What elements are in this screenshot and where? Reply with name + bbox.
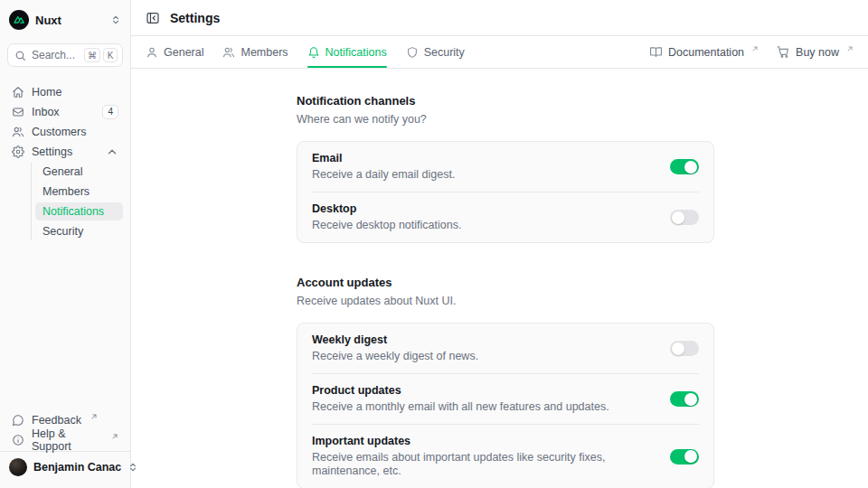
workspace-switcher[interactable]: Nuxt [7, 9, 123, 31]
setting-row-desktop: Desktop Receive desktop notifications. [312, 192, 699, 242]
toolbar: General Members Notifications Security D… [131, 36, 868, 69]
tab-notifications[interactable]: Notifications [307, 36, 387, 68]
sidebar-item-label: Security [42, 225, 83, 238]
product-updates-toggle[interactable] [670, 391, 699, 407]
email-toggle[interactable] [670, 159, 699, 174]
toggle-knob [672, 211, 684, 224]
documentation-link[interactable]: Documentation [649, 45, 759, 59]
kbd-cmd: ⌘ [84, 48, 100, 62]
toggle-knob [684, 450, 697, 463]
sidebar-item-label: Customers [32, 126, 86, 138]
toolbar-actions: Documentation Buy now [649, 45, 854, 59]
inbox-count-badge: 4 [102, 105, 118, 119]
gear-icon [12, 145, 24, 158]
setting-label: Desktop [312, 202, 461, 216]
sidebar-item-label: Members [42, 185, 90, 198]
tab-general[interactable]: General [146, 36, 203, 68]
sidebar-item-security[interactable]: Security [35, 222, 123, 240]
search-shortcut: ⌘ K [84, 48, 118, 62]
tab-label: General [164, 46, 203, 59]
tab-members[interactable]: Members [222, 36, 288, 68]
setting-description: Receive desktop notifications. [312, 219, 461, 232]
buy-now-link[interactable]: Buy now [777, 45, 854, 59]
search-icon [14, 50, 26, 61]
collapse-sidebar-button[interactable] [146, 11, 160, 25]
tab-label: Members [241, 46, 288, 59]
bell-icon [307, 46, 320, 59]
sidebar-item-label: General [42, 165, 82, 178]
users-icon [222, 46, 235, 59]
users-icon [12, 126, 24, 138]
toggle-knob [672, 343, 684, 355]
sidebar-item-customers[interactable]: Customers [7, 123, 123, 141]
sidebar-item-label: Feedback [32, 414, 81, 427]
setting-description: Receive emails about important updates l… [312, 451, 656, 478]
setting-row-product-updates: Product updates Receive a monthly email … [312, 373, 699, 424]
weekly-digest-toggle[interactable] [670, 341, 699, 356]
section-subtitle: Receive updates about Nuxt UI. [297, 294, 714, 308]
settings-content: Notification channels Where can we notif… [131, 69, 868, 488]
sidebar-item-feedback[interactable]: Feedback [7, 411, 123, 429]
sidebar-item-notifications[interactable]: Notifications [35, 202, 123, 221]
sidebar-item-general[interactable]: General [35, 163, 123, 181]
setting-label: Important updates [312, 435, 656, 448]
toggle-knob [684, 393, 697, 406]
section-title: Account updates [297, 276, 714, 290]
account-updates-card: Weekly digest Receive a weekly digest of… [297, 323, 714, 488]
info-circle-icon [12, 434, 24, 446]
shopping-cart-icon [777, 45, 790, 59]
shield-icon [406, 46, 419, 59]
book-open-icon [649, 45, 663, 59]
sidebar-nav: Home Inbox 4 Customers Settings General … [7, 83, 123, 242]
sidebar-item-home[interactable]: Home [7, 83, 123, 101]
search-placeholder: Search... [32, 49, 75, 61]
chevron-up-icon [106, 145, 118, 158]
tab-bar: General Members Notifications Security [146, 36, 465, 68]
page-title: Settings [170, 11, 220, 25]
setting-row-important-updates: Important updates Receive emails about i… [312, 424, 699, 488]
account-updates-section: Account updates Receive updates about Nu… [297, 276, 714, 488]
search-input[interactable]: Search... ⌘ K [7, 43, 123, 67]
sidebar-item-members[interactable]: Members [35, 183, 123, 201]
notification-channels-section: Notification channels Where can we notif… [297, 94, 714, 243]
external-link-icon [90, 413, 98, 420]
main-panel: Settings General Members Notifications S… [131, 0, 868, 488]
external-link-icon [751, 45, 759, 52]
notification-channels-card: Email Receive a daily email digest. Desk… [297, 141, 714, 243]
setting-label: Weekly digest [312, 333, 478, 347]
tab-label: Notifications [326, 46, 387, 59]
section-title: Notification channels [297, 94, 714, 108]
sidebar-item-label: Notifications [42, 205, 104, 218]
page-header: Settings [131, 0, 868, 36]
desktop-toggle[interactable] [670, 210, 699, 225]
home-icon [12, 86, 24, 99]
workspace-name: Nuxt [35, 14, 61, 27]
sidebar-item-settings[interactable]: Settings [7, 143, 123, 161]
nuxt-logo-icon [9, 10, 29, 30]
sidebar-item-label: Home [32, 86, 61, 99]
panel-left-close-icon [146, 11, 160, 25]
action-label: Buy now [796, 46, 839, 59]
chat-bubble-icon [12, 414, 24, 427]
toggle-knob [684, 161, 697, 174]
sidebar-item-help-support[interactable]: Help & Support [7, 431, 123, 449]
setting-description: Receive a daily email digest. [312, 168, 455, 182]
sidebar-footer: Feedback Help & Support Benjamin Canac [7, 411, 123, 488]
sidebar-item-label: Help & Support [32, 427, 102, 453]
user-menu[interactable]: Benjamin Canac [0, 451, 130, 483]
important-updates-toggle[interactable] [670, 449, 699, 465]
action-label: Documentation [668, 46, 744, 59]
user-name: Benjamin Canac [33, 461, 121, 474]
sidebar: Nuxt Search... ⌘ K Home Inbox 4 Customer… [0, 0, 131, 488]
sidebar-item-inbox[interactable]: Inbox 4 [7, 103, 123, 121]
tab-security[interactable]: Security [406, 36, 465, 68]
setting-row-weekly-digest: Weekly digest Receive a weekly digest of… [312, 324, 699, 373]
avatar [9, 458, 27, 476]
tab-label: Security [424, 46, 465, 59]
setting-label: Email [312, 152, 455, 165]
setting-row-email: Email Receive a daily email digest. [312, 142, 699, 192]
setting-label: Product updates [312, 384, 609, 398]
kbd-k: K [103, 48, 118, 62]
sidebar-item-label: Settings [32, 145, 72, 158]
inbox-icon [12, 106, 24, 118]
